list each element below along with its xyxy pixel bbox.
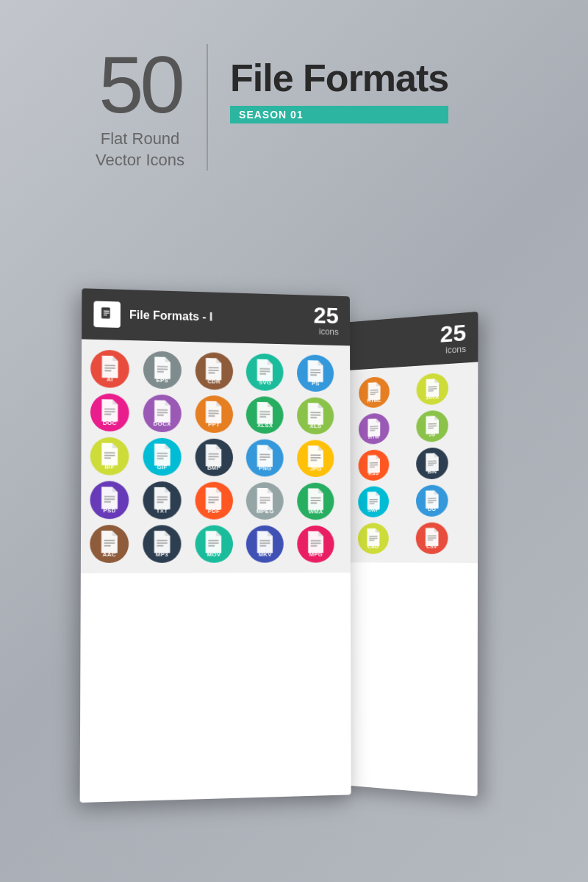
file-format-icon: DG: [416, 484, 448, 517]
file-format-icon: PDF: [195, 481, 233, 519]
file-format-icon: EPS: [143, 351, 182, 389]
file-format-icon: XLSX: [246, 396, 284, 434]
file-format-icon: MPEG: [246, 482, 284, 520]
svg-line-10: [428, 389, 437, 390]
file-format-icon: DOC: [90, 393, 129, 431]
file-format-icon: TXT: [143, 481, 181, 520]
file-format-icon: CDR: [195, 352, 232, 390]
file-format-icon: HTML: [359, 376, 390, 409]
file-format-icon: GIF: [143, 438, 181, 476]
sub-text: Flat Round Vector Icons: [96, 129, 184, 171]
file-format-icon: SWF: [358, 486, 389, 517]
file-format-icon: PNG: [246, 439, 284, 476]
file-format-icon: JAVA: [417, 373, 449, 406]
file-format-icon: CSV: [416, 522, 448, 553]
svg-line-7: [370, 392, 378, 392]
header-section: 50 Flat Round Vector Icons File Formats …: [96, 44, 448, 171]
file-format-icon: PSD: [90, 481, 129, 519]
number-block: 50 Flat Round Vector Icons: [96, 44, 208, 171]
svg-line-6: [370, 390, 378, 390]
cards-container: File Formats - II 25 icons MP4: [81, 287, 537, 816]
card-front-header: File Formats - I 25 icons: [82, 288, 350, 345]
season-badge: SEASON 01: [230, 106, 448, 123]
card-front-title: File Formats - I: [129, 309, 212, 324]
file-format-icon: WMA: [297, 483, 334, 520]
file-format-icon: MOV: [195, 525, 233, 562]
card-front-icon: [93, 301, 121, 327]
svg-line-22: [428, 426, 437, 426]
svg-line-9: [428, 387, 437, 387]
file-format-icon: BIF: [90, 437, 129, 476]
file-format-icon: AI: [90, 350, 129, 388]
card-back-count: 25 icons: [440, 321, 467, 356]
file-format-icon: JS: [416, 409, 448, 442]
file-format-icon: AAC: [90, 525, 129, 563]
background: 50 Flat Round Vector Icons File Formats …: [0, 0, 588, 882]
main-title: File Formats: [230, 59, 448, 97]
file-format-icon: SVG: [246, 354, 284, 392]
card-front: File Formats - I 25 icons AI: [80, 288, 351, 803]
file-format-icon: XLS: [297, 397, 334, 434]
title-block: File Formats SEASON 01: [230, 44, 448, 123]
front-icon-grid: AI EPS CDR: [81, 339, 351, 573]
file-format-icon: PS: [297, 354, 334, 392]
file-format-icon: BMP: [195, 438, 233, 476]
file-format-icon: MPG: [297, 526, 334, 563]
file-format-icon: RSS: [358, 449, 389, 481]
svg-line-21: [428, 423, 437, 424]
file-format-icon: HTM: [359, 412, 390, 445]
file-format-icon: BIN: [416, 447, 448, 479]
card-front-count: 25 icons: [313, 304, 338, 337]
file-format-icon: MP3: [143, 525, 181, 563]
file-format-icon: CAD: [358, 523, 389, 554]
file-format-icon: DOCX: [143, 394, 181, 432]
file-format-icon: MKV: [246, 526, 284, 563]
file-format-icon: JPG: [297, 440, 334, 477]
file-format-icon: PPT: [195, 395, 232, 434]
big-number: 50: [98, 44, 181, 125]
